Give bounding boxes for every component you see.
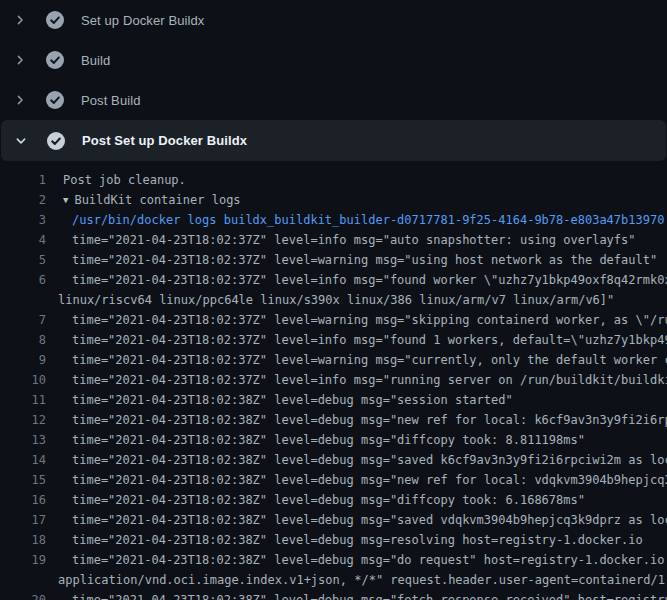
chevron-right-icon[interactable] xyxy=(12,12,28,28)
log-text: time="2021-04-23T18:02:38Z" level=debug … xyxy=(46,430,667,450)
log-text: time="2021-04-23T18:02:38Z" level=debug … xyxy=(46,510,667,530)
log-line: 10 time="2021-04-23T18:02:37Z" level=inf… xyxy=(0,370,667,390)
log-line: 15 time="2021-04-23T18:02:38Z" level=deb… xyxy=(0,470,667,490)
log-line: 18 time="2021-04-23T18:02:38Z" level=deb… xyxy=(0,530,667,550)
log-text: BuildKit container logs xyxy=(74,190,240,210)
line-number[interactable]: 19 xyxy=(0,550,46,570)
line-number[interactable]: 9 xyxy=(0,350,46,370)
log-text: time="2021-04-23T18:02:38Z" level=debug … xyxy=(46,530,667,550)
log-text: time="2021-04-23T18:02:37Z" level=info m… xyxy=(46,330,667,350)
log-pane: 1 Post job cleanup. 2 ▼BuildKit containe… xyxy=(0,161,667,600)
line-number[interactable]: 1 xyxy=(0,170,46,190)
line-number[interactable]: 10 xyxy=(0,370,46,390)
line-number xyxy=(0,290,46,310)
log-command-text: /usr/bin/docker logs buildx_buildkit_bui… xyxy=(46,210,667,230)
log-text: time="2021-04-23T18:02:38Z" level=debug … xyxy=(46,390,667,410)
log-text: time="2021-04-23T18:02:38Z" level=debug … xyxy=(46,550,667,570)
log-group-header[interactable]: ▼BuildKit container logs xyxy=(46,190,667,210)
line-number[interactable]: 16 xyxy=(0,490,46,510)
log-line-group-header[interactable]: 2 ▼BuildKit container logs xyxy=(0,190,667,210)
step-label: Post Set up Docker Buildx xyxy=(82,133,247,148)
log-line: 16 time="2021-04-23T18:02:38Z" level=deb… xyxy=(0,490,667,510)
line-number[interactable]: 5 xyxy=(0,250,46,270)
line-number[interactable]: 13 xyxy=(0,430,46,450)
log-line: 5 time="2021-04-23T18:02:37Z" level=warn… xyxy=(0,250,667,270)
log-text: time="2021-04-23T18:02:38Z" level=debug … xyxy=(46,590,667,600)
line-number[interactable]: 17 xyxy=(0,510,46,530)
line-number[interactable]: 14 xyxy=(0,450,46,470)
step-row-build[interactable]: Build xyxy=(0,40,667,80)
step-row-post-build[interactable]: Post Build xyxy=(0,80,667,120)
log-line: 11 time="2021-04-23T18:02:38Z" level=deb… xyxy=(0,390,667,410)
step-row-post-set-up-docker-buildx[interactable]: Post Set up Docker Buildx xyxy=(1,120,666,161)
log-text: time="2021-04-23T18:02:38Z" level=debug … xyxy=(46,450,667,470)
line-number[interactable]: 20 xyxy=(0,590,46,600)
line-number[interactable]: 8 xyxy=(0,330,46,350)
log-line: 12 time="2021-04-23T18:02:38Z" level=deb… xyxy=(0,410,667,430)
steps-list: Set up Docker Buildx Build Post Build Po… xyxy=(0,0,667,161)
log-text: time="2021-04-23T18:02:38Z" level=debug … xyxy=(46,410,667,430)
log-text: Post job cleanup. xyxy=(46,170,667,190)
chevron-right-icon[interactable] xyxy=(12,92,28,108)
line-number[interactable]: 7 xyxy=(0,310,46,330)
line-number[interactable]: 4 xyxy=(0,230,46,250)
log-line: 14 time="2021-04-23T18:02:38Z" level=deb… xyxy=(0,450,667,470)
log-line: 8 time="2021-04-23T18:02:37Z" level=info… xyxy=(0,330,667,350)
line-number[interactable]: 2 xyxy=(0,190,46,210)
line-number[interactable]: 6 xyxy=(0,270,46,290)
step-label: Build xyxy=(81,53,110,68)
log-line: 1 Post job cleanup. xyxy=(0,170,667,190)
log-text: time="2021-04-23T18:02:37Z" level=info m… xyxy=(46,370,667,390)
chevron-right-icon[interactable] xyxy=(12,52,28,68)
line-number[interactable]: 15 xyxy=(0,470,46,490)
log-text: time="2021-04-23T18:02:37Z" level=warnin… xyxy=(46,350,667,370)
log-line: 13 time="2021-04-23T18:02:38Z" level=deb… xyxy=(0,430,667,450)
group-toggle-icon[interactable]: ▼ xyxy=(63,190,68,210)
check-circle-icon xyxy=(46,51,64,69)
check-circle-icon xyxy=(46,91,64,109)
log-text: time="2021-04-23T18:02:37Z" level=warnin… xyxy=(46,250,667,270)
log-line: 7 time="2021-04-23T18:02:37Z" level=warn… xyxy=(0,310,667,330)
line-number[interactable]: 11 xyxy=(0,390,46,410)
log-line-wrap: application/vnd.oci.image.index.v1+json,… xyxy=(0,570,667,590)
line-number[interactable]: 3 xyxy=(0,210,46,230)
log-line: 6 time="2021-04-23T18:02:37Z" level=info… xyxy=(0,270,667,290)
check-circle-icon xyxy=(47,132,65,150)
step-label: Set up Docker Buildx xyxy=(81,13,204,28)
log-text: time="2021-04-23T18:02:37Z" level=warnin… xyxy=(46,310,667,330)
line-number[interactable]: 18 xyxy=(0,530,46,550)
log-line: 3 /usr/bin/docker logs buildx_buildkit_b… xyxy=(0,210,667,230)
step-row-set-up-docker-buildx[interactable]: Set up Docker Buildx xyxy=(0,0,667,40)
line-number xyxy=(0,570,46,590)
log-line: 9 time="2021-04-23T18:02:37Z" level=warn… xyxy=(0,350,667,370)
log-text: time="2021-04-23T18:02:37Z" level=info m… xyxy=(46,230,667,250)
log-text: time="2021-04-23T18:02:37Z" level=info m… xyxy=(46,270,667,290)
chevron-down-icon[interactable] xyxy=(13,133,29,149)
log-line-wrap: linux/riscv64 linux/ppc64le linux/s390x … xyxy=(0,290,667,310)
log-text: application/vnd.oci.image.index.v1+json,… xyxy=(46,570,667,590)
line-number[interactable]: 12 xyxy=(0,410,46,430)
check-circle-icon xyxy=(46,11,64,29)
log-line: 4 time="2021-04-23T18:02:37Z" level=info… xyxy=(0,230,667,250)
log-text: time="2021-04-23T18:02:38Z" level=debug … xyxy=(46,490,667,510)
log-line: 19 time="2021-04-23T18:02:38Z" level=deb… xyxy=(0,550,667,570)
log-line: 17 time="2021-04-23T18:02:38Z" level=deb… xyxy=(0,510,667,530)
log-text: time="2021-04-23T18:02:38Z" level=debug … xyxy=(46,470,667,490)
log-text: linux/riscv64 linux/ppc64le linux/s390x … xyxy=(46,290,667,310)
step-label: Post Build xyxy=(81,93,141,108)
log-line: 20 time="2021-04-23T18:02:38Z" level=deb… xyxy=(0,590,667,600)
